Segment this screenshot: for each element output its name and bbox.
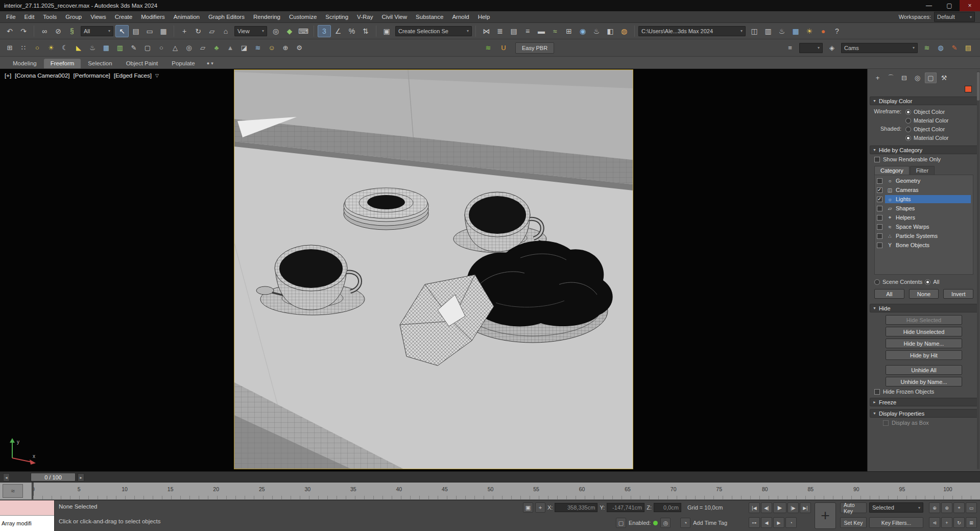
menu-item[interactable]: Help xyxy=(474,12,494,21)
utilities-tab-icon[interactable]: ⚒ xyxy=(938,73,950,83)
next-key-icon[interactable]: ▶ xyxy=(773,517,784,528)
x-coordinate-field[interactable]: 358,335cm xyxy=(555,503,597,512)
bind-to-space-warp-icon[interactable]: § xyxy=(65,25,79,37)
angle-snap-icon[interactable]: ∠ xyxy=(331,25,345,37)
time-configuration-icon[interactable]: ◔ xyxy=(785,517,797,528)
time-slider-marker[interactable] xyxy=(32,482,34,499)
set-key-large-button[interactable]: + xyxy=(815,502,836,529)
plate-stack[interactable] xyxy=(344,188,428,230)
select-and-manipulate-icon[interactable]: ◆ xyxy=(283,25,296,37)
y-coordinate-field[interactable]: -147,741cm xyxy=(607,503,644,512)
camera-icon[interactable]: ▦ xyxy=(100,42,113,54)
rollout-display-properties[interactable]: ▼ Display Properties xyxy=(870,409,978,418)
viewport-filter-icon[interactable]: ▽ xyxy=(155,73,159,78)
pencil-icon[interactable]: ✎ xyxy=(127,42,140,54)
rendered-frame-window-icon[interactable]: ◧ xyxy=(604,25,617,37)
render-last-icon[interactable]: ● xyxy=(817,25,830,37)
menu-item[interactable]: Scripting xyxy=(321,12,352,21)
field-of-view-icon[interactable]: ⊲ xyxy=(929,517,940,528)
select-and-rotate-icon[interactable]: ↻ xyxy=(192,25,205,37)
category-row[interactable]: ≈Space Warps xyxy=(875,222,973,231)
zoom-all-icon[interactable]: ⊛ xyxy=(941,502,952,513)
menu-item[interactable]: Group xyxy=(61,12,86,21)
menu-item[interactable]: Customize xyxy=(285,12,321,21)
time-ruler[interactable]: ≈ 05101520253035404550556065707580859095… xyxy=(0,482,980,500)
menu-item[interactable]: Animation xyxy=(170,12,204,21)
minimize-button[interactable]: — xyxy=(919,0,939,11)
tab-category[interactable]: Category xyxy=(874,166,910,175)
snaps-toggle-icon[interactable]: 3 xyxy=(318,25,331,37)
layers-icon[interactable]: ▤ xyxy=(962,42,975,54)
select-and-move-icon[interactable]: + xyxy=(178,25,191,37)
ribbon-tab[interactable]: Modeling xyxy=(6,59,43,68)
cams-dropdown[interactable]: Cams▾ xyxy=(841,43,918,53)
target-icon[interactable]: ⊕ xyxy=(279,42,292,54)
category-row[interactable]: ▱Shapes xyxy=(875,204,973,213)
select-and-link-icon[interactable]: ∞ xyxy=(38,25,51,37)
select-and-place-icon[interactable]: ⌂ xyxy=(219,25,232,37)
window-crossing-icon[interactable]: ▦ xyxy=(157,25,170,37)
hide-frozen-objects-checkbox[interactable]: Hide Frozen Objects xyxy=(870,387,978,395)
shaded-color-radio[interactable]: Material Color xyxy=(905,134,977,141)
maximize-viewport-icon[interactable]: ⊞ xyxy=(966,517,977,528)
percent-snap-icon[interactable]: % xyxy=(345,25,358,37)
category-row[interactable]: ☼Lights xyxy=(875,195,973,204)
undo-icon[interactable]: ↶ xyxy=(3,25,16,37)
ribbon-tab[interactable]: Populate xyxy=(165,59,201,68)
zoom-extents-icon[interactable]: ⌖ xyxy=(953,502,965,513)
unlink-selection-icon[interactable]: ⊘ xyxy=(52,25,65,37)
help-icon[interactable]: ? xyxy=(830,25,844,37)
grid-helper-icon[interactable]: ⊞ xyxy=(3,42,16,54)
go-to-start-icon[interactable]: |◀ xyxy=(749,502,760,513)
show-all-button[interactable]: All xyxy=(874,289,904,299)
hierarchy-tab-icon[interactable]: ⊟ xyxy=(898,73,910,83)
render-production-icon[interactable]: ◍ xyxy=(617,25,631,37)
align-icon[interactable]: ≣ xyxy=(493,25,507,37)
create-tab-icon[interactable]: + xyxy=(872,73,883,83)
color-swatch-button[interactable] xyxy=(965,86,972,92)
tree-icon[interactable]: ♣ xyxy=(210,42,223,54)
selection-filter-dropdown[interactable]: All▾ xyxy=(81,26,113,36)
hide-unselected-button[interactable]: Hide Unselected xyxy=(886,327,962,336)
selection-set-dropdown[interactable]: Selected▾ xyxy=(869,502,923,513)
mirror-icon[interactable]: ⋈ xyxy=(480,25,493,37)
category-row[interactable]: ○Geometry xyxy=(875,176,973,185)
reference-coordinate-dropdown[interactable]: View▾ xyxy=(234,26,267,36)
scene-list-icon[interactable]: ≡ xyxy=(783,42,797,54)
zoom-region-icon[interactable]: ▭ xyxy=(966,502,977,513)
camera-view[interactable] xyxy=(234,69,633,469)
orbit-icon[interactable]: ↻ xyxy=(953,517,965,528)
ribbon-tab[interactable]: Selection xyxy=(81,59,118,68)
brush-icon[interactable]: ✎ xyxy=(948,42,961,54)
category-list[interactable]: ○Geometry ◫Cameras ☼Lights ▱Shap xyxy=(874,175,973,275)
selection-lock-icon[interactable]: ▣ xyxy=(523,502,533,513)
preset-dropdown[interactable]: ▾ xyxy=(799,43,823,53)
wave-icon[interactable]: ≋ xyxy=(251,42,265,54)
spinner-snap-icon[interactable]: ⇅ xyxy=(359,25,372,37)
go-to-end-icon[interactable]: ▶| xyxy=(800,502,811,513)
panel-scrollbar[interactable] xyxy=(977,71,979,469)
light-lister-icon[interactable]: ☀ xyxy=(803,25,816,37)
add-time-tag[interactable]: Add Time Tag xyxy=(693,520,727,526)
material-editor-icon[interactable]: ◉ xyxy=(576,25,589,37)
absolute-mode-icon[interactable]: + xyxy=(535,502,545,513)
mountain-icon[interactable]: ▲ xyxy=(224,42,237,54)
close-button[interactable]: × xyxy=(960,0,980,11)
menu-item[interactable]: Edit xyxy=(20,12,39,21)
modify-tab-icon[interactable]: ⌒ xyxy=(885,73,897,83)
contents-radio[interactable]: All xyxy=(925,278,939,285)
hide-by-name-button[interactable]: Hide by Name... xyxy=(886,339,962,348)
category-checkbox[interactable] xyxy=(877,206,882,211)
category-row[interactable]: ⌖Helpers xyxy=(875,213,973,222)
use-pivot-point-center-icon[interactable]: ◎ xyxy=(269,25,282,37)
material-library-icon[interactable]: ▦ xyxy=(789,25,802,37)
wireframe-color-radio[interactable]: Material Color xyxy=(905,117,977,124)
scene-explorer-icon[interactable]: ▥ xyxy=(761,25,775,37)
set-key-button[interactable]: Set Key xyxy=(840,517,867,528)
menu-item[interactable]: Create xyxy=(111,12,137,21)
select-and-scale-icon[interactable]: ▱ xyxy=(205,25,219,37)
keyboard-shortcut-override-icon[interactable]: ⌨ xyxy=(297,25,310,37)
hide-selected-button[interactable]: Hide Selected xyxy=(886,315,962,325)
show-none-button[interactable]: None xyxy=(909,289,939,299)
show-renderable-only-checkbox[interactable]: Show Renderable Only xyxy=(870,154,978,163)
